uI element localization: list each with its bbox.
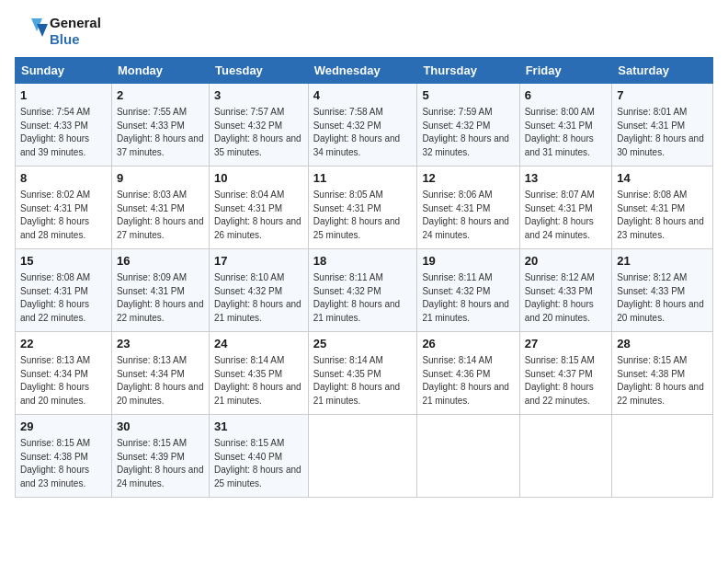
day-number: 31 <box>214 419 303 435</box>
day-number: 25 <box>313 336 413 352</box>
day-info: Sunrise: 8:10 AMSunset: 4:32 PMDaylight:… <box>214 271 303 325</box>
day-cell: 18Sunrise: 8:11 AMSunset: 4:32 PMDayligh… <box>308 249 417 332</box>
day-cell: 1Sunrise: 7:54 AMSunset: 4:33 PMDaylight… <box>16 84 112 167</box>
day-cell: 31Sunrise: 8:15 AMSunset: 4:40 PMDayligh… <box>210 415 309 498</box>
day-info: Sunrise: 8:04 AMSunset: 4:31 PMDaylight:… <box>214 189 303 242</box>
day-info: Sunrise: 8:13 AMSunset: 4:34 PMDaylight:… <box>117 354 204 408</box>
day-number: 2 <box>117 87 204 104</box>
day-number: 4 <box>313 87 413 104</box>
day-info: Sunrise: 8:15 AMSunset: 4:37 PMDaylight:… <box>525 354 608 408</box>
day-number: 29 <box>20 419 107 435</box>
day-cell: 19Sunrise: 8:11 AMSunset: 4:32 PMDayligh… <box>417 249 519 332</box>
day-info: Sunrise: 8:15 AMSunset: 4:40 PMDaylight:… <box>214 437 303 490</box>
day-info: Sunrise: 8:09 AMSunset: 4:31 PMDaylight:… <box>117 271 204 325</box>
header-cell-friday: Friday <box>519 58 612 84</box>
day-number: 30 <box>117 419 204 435</box>
day-cell <box>417 415 519 498</box>
day-cell: 14Sunrise: 8:08 AMSunset: 4:31 PMDayligh… <box>612 167 713 249</box>
week-row-3: 15Sunrise: 8:08 AMSunset: 4:31 PMDayligh… <box>16 249 713 332</box>
header-cell-wednesday: Wednesday <box>308 58 417 84</box>
day-number: 10 <box>214 170 303 187</box>
week-row-1: 1Sunrise: 7:54 AMSunset: 4:33 PMDaylight… <box>16 84 713 167</box>
day-info: Sunrise: 8:05 AMSunset: 4:31 PMDaylight:… <box>313 189 413 242</box>
day-info: Sunrise: 7:55 AMSunset: 4:33 PMDaylight:… <box>117 106 204 159</box>
logo-icon <box>15 15 48 48</box>
day-cell: 26Sunrise: 8:14 AMSunset: 4:36 PMDayligh… <box>417 332 519 415</box>
day-cell: 5Sunrise: 7:59 AMSunset: 4:32 PMDaylight… <box>417 84 519 167</box>
day-number: 14 <box>617 170 708 187</box>
day-number: 20 <box>525 253 608 270</box>
logo-text: General Blue <box>50 15 101 48</box>
day-info: Sunrise: 8:00 AMSunset: 4:31 PMDaylight:… <box>525 106 608 159</box>
day-info: Sunrise: 8:08 AMSunset: 4:31 PMDaylight:… <box>20 271 107 325</box>
day-info: Sunrise: 8:14 AMSunset: 4:36 PMDaylight:… <box>422 354 514 408</box>
day-number: 21 <box>617 253 708 270</box>
header-cell-tuesday: Tuesday <box>210 58 309 84</box>
day-cell: 9Sunrise: 8:03 AMSunset: 4:31 PMDaylight… <box>111 167 209 249</box>
day-cell: 24Sunrise: 8:14 AMSunset: 4:35 PMDayligh… <box>210 332 309 415</box>
day-number: 19 <box>422 253 514 270</box>
day-info: Sunrise: 7:54 AMSunset: 4:33 PMDaylight:… <box>20 106 107 159</box>
day-number: 22 <box>20 336 107 352</box>
day-info: Sunrise: 8:02 AMSunset: 4:31 PMDaylight:… <box>20 189 107 242</box>
header-cell-sunday: Sunday <box>16 58 112 84</box>
day-cell: 8Sunrise: 8:02 AMSunset: 4:31 PMDaylight… <box>16 167 112 249</box>
day-cell: 11Sunrise: 8:05 AMSunset: 4:31 PMDayligh… <box>308 167 417 249</box>
header-cell-monday: Monday <box>111 58 209 84</box>
day-cell: 16Sunrise: 8:09 AMSunset: 4:31 PMDayligh… <box>111 249 209 332</box>
day-number: 12 <box>422 170 514 187</box>
day-info: Sunrise: 8:11 AMSunset: 4:32 PMDaylight:… <box>422 271 514 325</box>
day-cell: 4Sunrise: 7:58 AMSunset: 4:32 PMDaylight… <box>308 84 417 167</box>
day-cell: 17Sunrise: 8:10 AMSunset: 4:32 PMDayligh… <box>210 249 309 332</box>
day-number: 18 <box>313 253 413 270</box>
logo: General Blue <box>15 15 101 48</box>
day-number: 24 <box>214 336 303 352</box>
day-info: Sunrise: 8:13 AMSunset: 4:34 PMDaylight:… <box>20 354 107 408</box>
day-number: 1 <box>20 87 107 104</box>
day-info: Sunrise: 8:15 AMSunset: 4:38 PMDaylight:… <box>617 354 708 408</box>
day-cell <box>308 415 417 498</box>
week-row-2: 8Sunrise: 8:02 AMSunset: 4:31 PMDaylight… <box>16 167 713 249</box>
day-cell: 7Sunrise: 8:01 AMSunset: 4:31 PMDaylight… <box>612 84 713 167</box>
week-row-4: 22Sunrise: 8:13 AMSunset: 4:34 PMDayligh… <box>16 332 713 415</box>
day-number: 15 <box>20 253 107 270</box>
day-info: Sunrise: 7:58 AMSunset: 4:32 PMDaylight:… <box>313 106 413 159</box>
day-number: 11 <box>313 170 413 187</box>
day-number: 5 <box>422 87 514 104</box>
day-info: Sunrise: 8:12 AMSunset: 4:33 PMDaylight:… <box>525 271 608 325</box>
day-number: 3 <box>214 87 303 104</box>
day-info: Sunrise: 8:08 AMSunset: 4:31 PMDaylight:… <box>617 189 708 242</box>
day-cell: 6Sunrise: 8:00 AMSunset: 4:31 PMDaylight… <box>519 84 612 167</box>
week-row-5: 29Sunrise: 8:15 AMSunset: 4:38 PMDayligh… <box>16 415 713 498</box>
day-number: 17 <box>214 253 303 270</box>
header-row: SundayMondayTuesdayWednesdayThursdayFrid… <box>16 58 713 84</box>
day-cell <box>612 415 713 498</box>
day-number: 26 <box>422 336 514 352</box>
day-cell: 27Sunrise: 8:15 AMSunset: 4:37 PMDayligh… <box>519 332 612 415</box>
day-cell: 25Sunrise: 8:14 AMSunset: 4:35 PMDayligh… <box>308 332 417 415</box>
day-number: 8 <box>20 170 107 187</box>
day-info: Sunrise: 8:14 AMSunset: 4:35 PMDaylight:… <box>313 354 413 408</box>
day-info: Sunrise: 8:14 AMSunset: 4:35 PMDaylight:… <box>214 354 303 408</box>
day-number: 7 <box>617 87 708 104</box>
day-cell: 30Sunrise: 8:15 AMSunset: 4:39 PMDayligh… <box>111 415 209 498</box>
day-number: 13 <box>525 170 608 187</box>
day-number: 27 <box>525 336 608 352</box>
day-info: Sunrise: 8:15 AMSunset: 4:38 PMDaylight:… <box>20 437 107 490</box>
day-cell: 29Sunrise: 8:15 AMSunset: 4:38 PMDayligh… <box>16 415 112 498</box>
day-number: 6 <box>525 87 608 104</box>
day-info: Sunrise: 8:11 AMSunset: 4:32 PMDaylight:… <box>313 271 413 325</box>
day-info: Sunrise: 8:15 AMSunset: 4:39 PMDaylight:… <box>117 437 204 490</box>
day-cell <box>519 415 612 498</box>
day-cell: 13Sunrise: 8:07 AMSunset: 4:31 PMDayligh… <box>519 167 612 249</box>
page-header: General Blue <box>15 15 713 48</box>
day-info: Sunrise: 8:01 AMSunset: 4:31 PMDaylight:… <box>617 106 708 159</box>
day-cell: 15Sunrise: 8:08 AMSunset: 4:31 PMDayligh… <box>16 249 112 332</box>
day-cell: 10Sunrise: 8:04 AMSunset: 4:31 PMDayligh… <box>210 167 309 249</box>
calendar-table: SundayMondayTuesdayWednesdayThursdayFrid… <box>15 57 713 498</box>
day-number: 28 <box>617 336 708 352</box>
day-cell: 28Sunrise: 8:15 AMSunset: 4:38 PMDayligh… <box>612 332 713 415</box>
day-info: Sunrise: 7:59 AMSunset: 4:32 PMDaylight:… <box>422 106 514 159</box>
svg-marker-1 <box>37 24 48 37</box>
day-info: Sunrise: 8:12 AMSunset: 4:33 PMDaylight:… <box>617 271 708 325</box>
